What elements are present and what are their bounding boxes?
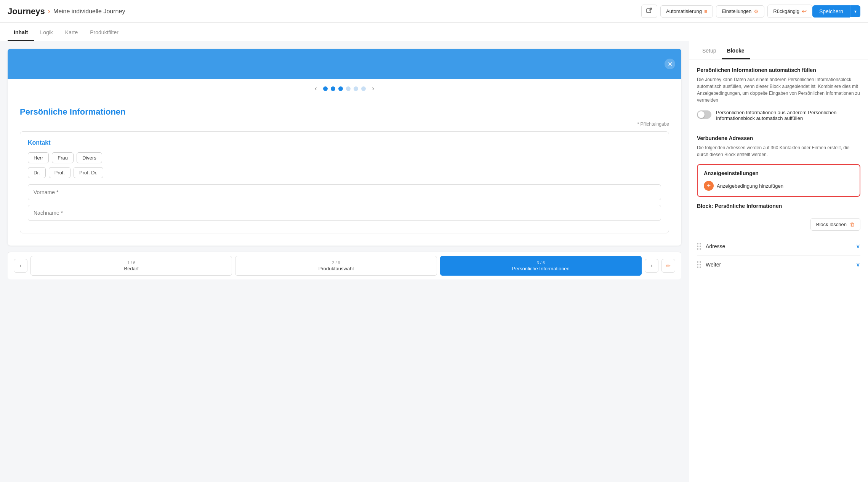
- nav-step-2[interactable]: 2 / 6 Produktauswahl: [235, 256, 437, 276]
- external-link-icon: [646, 8, 652, 14]
- pagination-next-button[interactable]: ›: [366, 85, 380, 93]
- nav-step-3[interactable]: 3 / 6 Persönliche Informationen: [440, 256, 642, 276]
- toggle-label: Persönlichen Informationen aus anderem P…: [716, 110, 860, 121]
- nav-step-1[interactable]: 1 / 6 Bedarf: [30, 256, 232, 276]
- block-delete-button[interactable]: Block löschen 🗑: [810, 218, 860, 231]
- chevron-down-icon: ∨: [856, 243, 860, 250]
- verbundene-desc: Die folgenden Adressen werden auf 360 Ko…: [697, 144, 860, 158]
- right-tab-setup[interactable]: Setup: [697, 43, 722, 59]
- brand-title: Journeys: [8, 6, 45, 16]
- card-close-button[interactable]: ✕: [665, 59, 675, 69]
- add-condition-button[interactable]: + Anzeigebedingung hinzufügen: [704, 181, 783, 191]
- trash-icon: 🗑: [850, 222, 855, 227]
- dot-4: [346, 86, 351, 91]
- salutation-herr[interactable]: Herr: [28, 152, 49, 163]
- right-content: Persönlichen Informationen automatisch f…: [689, 59, 868, 482]
- undo-icon: ↩: [802, 8, 807, 15]
- form-section-title: Kontakt: [28, 139, 661, 146]
- journey-card: ✕ ‹ › Persönliche Informationen * Pflich: [8, 49, 681, 246]
- tab-logik[interactable]: Logik: [34, 25, 59, 41]
- right-tabs: Setup Blöcke: [689, 41, 868, 59]
- header: Journeys › Meine individuelle Journey Au…: [0, 0, 868, 23]
- add-icon: +: [704, 181, 714, 191]
- anzeige-box: Anzeigeeinstellungen + Anzeigebedingung …: [697, 164, 860, 197]
- accordion-adresse-label: Adresse: [706, 243, 856, 249]
- accordion-weiter-label: Weiter: [706, 262, 856, 268]
- step-2-label: Produktauswahl: [319, 266, 354, 271]
- right-panel: Setup Blöcke Persönlichen Informationen …: [689, 41, 868, 482]
- right-tab-bloecke[interactable]: Blöcke: [722, 43, 750, 59]
- block-section-title: Block: Persönliche Informationen: [697, 203, 860, 209]
- save-button[interactable]: Speichern: [812, 5, 850, 18]
- drag-handle-adresse: [697, 243, 701, 250]
- journey-name: Meine individuelle Journey: [53, 8, 125, 15]
- title-prof[interactable]: Prof.: [49, 167, 70, 178]
- accordion-weiter[interactable]: Weiter ∨: [697, 255, 860, 273]
- pagination-dots: [323, 86, 366, 91]
- dot-5: [354, 86, 358, 91]
- required-note: * Pflichteingabe: [20, 121, 669, 127]
- dot-1: [323, 86, 328, 91]
- chevron-right-icon: ›: [48, 7, 50, 15]
- automation-label: Automatisierung: [666, 8, 702, 14]
- dot-6: [361, 86, 366, 91]
- automation-button[interactable]: Automatisierung ≡: [660, 5, 713, 18]
- nav-prev-button[interactable]: ‹: [14, 259, 27, 273]
- gear-icon: ⚙: [754, 8, 759, 14]
- step-3-label: Persönliche Informationen: [512, 266, 570, 271]
- salutation-frau[interactable]: Frau: [52, 152, 74, 163]
- add-condition-label: Anzeigebedingung hinzufügen: [717, 183, 783, 189]
- save-chevron-button[interactable]: ▾: [850, 5, 860, 17]
- undo-button[interactable]: Rückgängig ↩: [767, 5, 812, 18]
- settings-label: Einstellungen: [722, 8, 751, 14]
- bottom-nav: ‹ 1 / 6 Bedarf 2 / 6 Produktauswahl 3 / …: [8, 252, 681, 279]
- automation-icon: ≡: [704, 8, 707, 14]
- card-body: Persönliche Informationen * Pflichteinga…: [8, 98, 681, 246]
- tab-inhalt[interactable]: Inhalt: [8, 25, 34, 41]
- vorname-input[interactable]: [28, 184, 661, 200]
- dot-3: [338, 86, 343, 91]
- step-1-num: 1 / 6: [124, 260, 139, 265]
- preview-button[interactable]: [641, 5, 657, 18]
- form-section: Kontakt Herr Frau Divers Dr. Prof. Prof.…: [20, 131, 669, 233]
- nachname-input[interactable]: [28, 205, 661, 221]
- delete-btn-container: Block löschen 🗑: [697, 215, 860, 237]
- step-1-label: Bedarf: [124, 266, 139, 271]
- undo-label: Rückgängig: [773, 8, 799, 14]
- salutation-row: Herr Frau Divers: [28, 152, 661, 163]
- verbundene-heading: Verbundene Adressen: [697, 135, 860, 141]
- section-title: Persönliche Informationen: [20, 107, 669, 117]
- main-tabs: Inhalt Logik Karte Produktfilter: [0, 23, 868, 41]
- delete-label: Block löschen: [816, 222, 847, 227]
- auto-fill-desc: Die Journey kann Daten aus einem anderen…: [697, 76, 860, 104]
- edit-pencil-icon: ✏: [666, 263, 671, 269]
- main-layout: ✕ ‹ › Persönliche Informationen * Pflich: [0, 41, 868, 482]
- auto-fill-toggle[interactable]: [697, 110, 711, 119]
- drag-handle-weiter: [697, 261, 701, 268]
- tab-karte[interactable]: Karte: [59, 25, 84, 41]
- pagination-prev-button[interactable]: ‹: [309, 85, 323, 93]
- title-prof-dr[interactable]: Prof. Dr.: [74, 167, 103, 178]
- title-dr[interactable]: Dr.: [28, 167, 46, 178]
- card-header: ✕: [8, 49, 681, 79]
- divider-1: [697, 129, 860, 129]
- accordion-adresse[interactable]: Adresse ∨: [697, 237, 860, 255]
- left-panel: ✕ ‹ › Persönliche Informationen * Pflich: [0, 41, 689, 482]
- nav-edit-button[interactable]: ✏: [661, 259, 675, 273]
- settings-button[interactable]: Einstellungen ⚙: [716, 5, 764, 18]
- chevron-down-icon: ▾: [854, 9, 857, 14]
- step-2-num: 2 / 6: [319, 260, 354, 265]
- chevron-down-icon-weiter: ∨: [856, 261, 860, 268]
- step-3-num: 3 / 6: [512, 260, 570, 265]
- salutation-divers[interactable]: Divers: [77, 152, 102, 163]
- anzeige-title: Anzeigeeinstellungen: [704, 170, 854, 176]
- auto-fill-heading: Persönlichen Informationen automatisch f…: [697, 67, 860, 73]
- toggle-row: Persönlichen Informationen aus anderem P…: [697, 110, 860, 121]
- dot-2: [331, 86, 335, 91]
- tab-produktfilter[interactable]: Produktfilter: [84, 25, 125, 41]
- nav-next-button[interactable]: ›: [645, 259, 658, 273]
- title-row: Dr. Prof. Prof. Dr.: [28, 167, 661, 178]
